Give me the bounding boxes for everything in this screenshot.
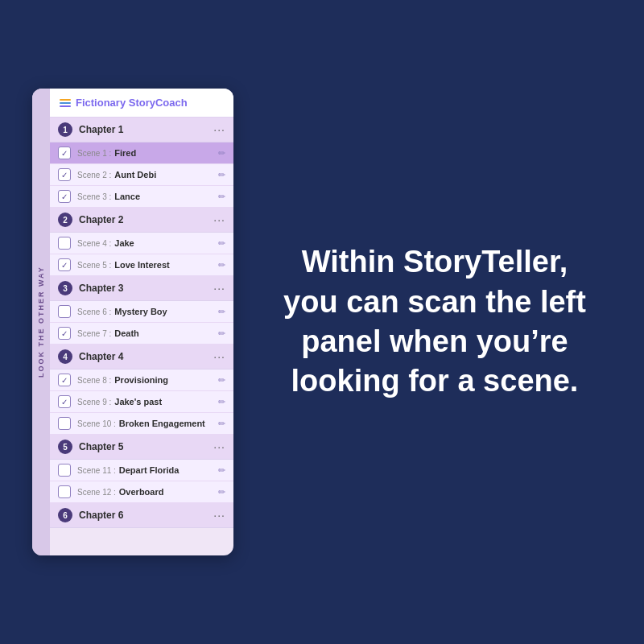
tagline-text: Within StoryTeller, you can scan the lef… bbox=[274, 242, 596, 402]
scene-title-1-2: Aunt Debi bbox=[114, 170, 215, 180]
scene-num-label: Scene 6 : bbox=[77, 308, 111, 316]
panel-content: Fictionary StoryCoach 1 Chapter 1 ··· Sc… bbox=[50, 89, 233, 528]
chapter-row-1[interactable]: 1 Chapter 1 ··· bbox=[50, 118, 233, 142]
scene-title-2-1: Jake bbox=[114, 238, 215, 248]
logo-line-2 bbox=[60, 102, 71, 104]
edit-icon-5-1[interactable]: ✏ bbox=[218, 465, 225, 476]
scene-checkbox-3-2[interactable] bbox=[58, 327, 71, 340]
chapter-menu-icon-5[interactable]: ··· bbox=[213, 440, 225, 453]
chapter-title-5: Chapter 5 bbox=[79, 441, 213, 452]
chapter-row-4[interactable]: 4 Chapter 4 ··· bbox=[50, 345, 233, 369]
logo-icon bbox=[60, 99, 71, 107]
scene-checkbox-1-3[interactable] bbox=[58, 190, 71, 203]
scene-checkbox-2-2[interactable] bbox=[58, 258, 71, 271]
logo-line-3 bbox=[60, 105, 71, 107]
scene-title-1-3: Lance bbox=[114, 192, 215, 201]
scene-title-4-1: Provisioning bbox=[114, 375, 215, 385]
scene-title-2-2: Love Interest bbox=[114, 260, 215, 270]
chapter-title-2: Chapter 2 bbox=[79, 214, 213, 225]
scene-checkbox-4-2[interactable] bbox=[58, 395, 71, 408]
edit-icon-3-2[interactable]: ✏ bbox=[218, 328, 225, 339]
scene-title-3-1: Mystery Boy bbox=[114, 307, 215, 316]
edit-icon-1-1[interactable]: ✏ bbox=[218, 148, 225, 159]
scene-num-label: Scene 12 : bbox=[77, 488, 116, 497]
chapter-row-6[interactable]: 6 Chapter 6 ··· bbox=[50, 503, 233, 528]
edit-icon-5-2[interactable]: ✏ bbox=[218, 487, 225, 497]
edit-icon-2-1[interactable]: ✏ bbox=[218, 238, 225, 249]
scene-num-label: Scene 11 : bbox=[77, 466, 116, 475]
scene-title-4-3: Broken Engagement bbox=[119, 419, 215, 428]
scene-title-3-2: Death bbox=[114, 328, 215, 338]
chapter-menu-icon-3[interactable]: ··· bbox=[213, 282, 225, 295]
edit-icon-4-1[interactable]: ✏ bbox=[218, 375, 225, 386]
chapter-row-3[interactable]: 3 Chapter 3 ··· bbox=[50, 276, 233, 301]
edit-icon-4-2[interactable]: ✏ bbox=[218, 397, 225, 407]
chapters-container: 1 Chapter 1 ··· Scene 1 : Fired ✏ Scene … bbox=[50, 118, 233, 528]
scene-row-1-1[interactable]: Scene 1 : Fired ✏ bbox=[50, 142, 233, 164]
chapter-menu-icon-4[interactable]: ··· bbox=[213, 350, 225, 363]
chapter-menu-icon-1[interactable]: ··· bbox=[213, 123, 225, 136]
scene-num-label: Scene 4 : bbox=[77, 239, 111, 248]
scene-num-label: Scene 9 : bbox=[77, 398, 111, 407]
scene-title-5-1: Depart Florida bbox=[119, 465, 215, 475]
scene-num-label: Scene 7 : bbox=[77, 329, 111, 338]
chapter-num-6: 6 bbox=[58, 508, 72, 522]
scene-row-2-2[interactable]: Scene 5 : Love Interest ✏ bbox=[50, 254, 233, 276]
chapter-title-1: Chapter 1 bbox=[79, 124, 213, 135]
panel-header: Fictionary StoryCoach bbox=[50, 89, 233, 118]
scene-row-5-1[interactable]: Scene 11 : Depart Florida ✏ bbox=[50, 460, 233, 481]
scene-title-4-2: Jake's past bbox=[114, 397, 215, 407]
scene-num-label: Scene 8 : bbox=[77, 376, 111, 385]
scene-row-4-3[interactable]: Scene 10 : Broken Engagement ✏ bbox=[50, 413, 233, 435]
chapter-row-2[interactable]: 2 Chapter 2 ··· bbox=[50, 208, 233, 233]
sidebar-label: LOOK THE OTHER WAY bbox=[32, 89, 50, 555]
chapter-menu-icon-6[interactable]: ··· bbox=[213, 509, 225, 522]
chapter-num-5: 5 bbox=[58, 440, 72, 454]
main-container: LOOK THE OTHER WAY Fictionary StoryCoach… bbox=[0, 0, 644, 644]
scene-checkbox-1-2[interactable] bbox=[58, 168, 71, 181]
edit-icon-2-2[interactable]: ✏ bbox=[218, 260, 225, 270]
scene-num-label: Scene 3 : bbox=[77, 192, 111, 201]
scene-checkbox-5-1[interactable] bbox=[58, 464, 71, 477]
chapter-num-1: 1 bbox=[58, 122, 72, 137]
scene-checkbox-5-2[interactable] bbox=[58, 485, 71, 498]
scene-row-1-3[interactable]: Scene 3 : Lance ✏ bbox=[50, 186, 233, 208]
scene-checkbox-4-1[interactable] bbox=[58, 374, 71, 386]
edit-icon-1-3[interactable]: ✏ bbox=[218, 192, 225, 202]
chapter-title-4: Chapter 4 bbox=[79, 351, 213, 362]
scene-checkbox-1-1[interactable] bbox=[58, 147, 71, 159]
chapter-title-3: Chapter 3 bbox=[79, 283, 213, 294]
scene-row-2-1[interactable]: Scene 4 : Jake ✏ bbox=[50, 233, 233, 254]
logo-text: Fictionary StoryCoach bbox=[76, 97, 188, 109]
scene-row-4-2[interactable]: Scene 9 : Jake's past ✏ bbox=[50, 391, 233, 413]
edit-icon-3-1[interactable]: ✏ bbox=[218, 307, 225, 317]
right-text-area: Within StoryTeller, you can scan the lef… bbox=[258, 226, 612, 418]
chapter-num-3: 3 bbox=[58, 281, 72, 295]
scene-checkbox-4-3[interactable] bbox=[58, 417, 71, 430]
chapter-title-6: Chapter 6 bbox=[79, 510, 213, 521]
scene-title-5-2: Overboard bbox=[119, 487, 215, 497]
scene-row-4-1[interactable]: Scene 8 : Provisioning ✏ bbox=[50, 369, 233, 391]
edit-icon-1-2[interactable]: ✏ bbox=[218, 170, 225, 180]
scene-row-3-1[interactable]: Scene 6 : Mystery Boy ✏ bbox=[50, 301, 233, 323]
scene-row-1-2[interactable]: Scene 2 : Aunt Debi ✏ bbox=[50, 164, 233, 186]
scene-checkbox-2-1[interactable] bbox=[58, 237, 71, 250]
scene-num-label: Scene 2 : bbox=[77, 171, 111, 180]
chapter-row-5[interactable]: 5 Chapter 5 ··· bbox=[50, 435, 233, 460]
chapter-num-4: 4 bbox=[58, 349, 72, 364]
chapter-menu-icon-2[interactable]: ··· bbox=[213, 213, 225, 226]
scene-checkbox-3-1[interactable] bbox=[58, 305, 71, 318]
scene-row-5-2[interactable]: Scene 12 : Overboard ✏ bbox=[50, 481, 233, 503]
scene-num-label: Scene 10 : bbox=[77, 419, 116, 428]
scene-row-3-2[interactable]: Scene 7 : Death ✏ bbox=[50, 323, 233, 345]
chapter-num-2: 2 bbox=[58, 213, 72, 227]
logo-line-1 bbox=[60, 99, 71, 101]
scene-num-label: Scene 5 : bbox=[77, 261, 111, 270]
scene-title-1-1: Fired bbox=[114, 148, 215, 158]
edit-icon-4-3[interactable]: ✏ bbox=[218, 419, 225, 429]
scene-num-label: Scene 1 : bbox=[77, 149, 111, 158]
left-panel: LOOK THE OTHER WAY Fictionary StoryCoach… bbox=[32, 89, 233, 555]
